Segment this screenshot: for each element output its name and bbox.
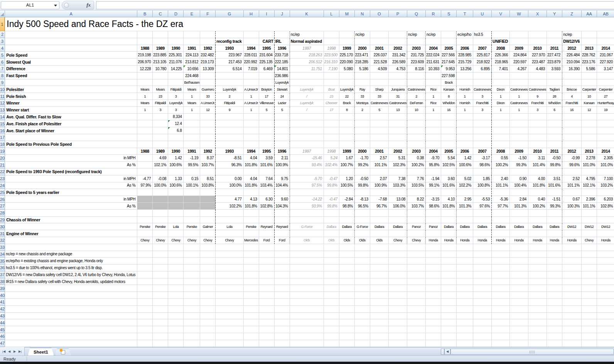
cell-A15[interactable]: Ave. Finish place of Polesitter [5, 120, 137, 127]
cell-Q36[interactable] [407, 265, 426, 271]
cell-M15[interactable] [339, 120, 355, 127]
cell-I20[interactable]: 3.59 [259, 155, 275, 162]
cell-L3[interactable] [324, 38, 339, 45]
cell-AA7[interactable]: 5.586 [582, 66, 597, 72]
cell-S43[interactable] [441, 313, 457, 320]
cell-L44[interactable] [324, 319, 339, 326]
cell-U12[interactable]: Franchitti [473, 100, 492, 107]
cell-T38[interactable] [457, 278, 473, 285]
cell-F44[interactable] [200, 319, 216, 326]
cell-X4[interactable]: 2010 [528, 45, 547, 52]
cell-K5[interactable]: 218.263 [290, 52, 324, 59]
cell-Q14[interactable] [407, 114, 426, 121]
column-header-Y[interactable]: Y [547, 10, 562, 17]
cell-B42[interactable] [137, 306, 153, 313]
cell-P4[interactable]: 2002 [389, 45, 407, 52]
cell-AA12[interactable]: Kanaan [582, 100, 597, 107]
row-header-34[interactable]: 34 [0, 251, 5, 258]
cell-M35[interactable] [339, 258, 355, 265]
cell-A47[interactable] [5, 340, 137, 347]
cell-I4[interactable]: 1995 [259, 45, 275, 52]
cell-R8[interactable] [426, 72, 441, 79]
cell-O42[interactable] [370, 306, 389, 313]
cell-L41[interactable] [324, 299, 339, 306]
cell-J18[interactable] [275, 141, 290, 148]
cell-K7[interactable]: 11.751 [290, 66, 324, 72]
cell-F15[interactable] [200, 120, 216, 127]
cell-R9[interactable] [426, 79, 441, 86]
cell-A25[interactable]: Pole Speed to 5 years earlier [5, 189, 137, 196]
cell-P7[interactable]: 4.753 [389, 66, 407, 72]
cell-S24[interactable]: 101.6% [441, 182, 457, 189]
cell-G18[interactable] [216, 141, 243, 148]
cell-M32[interactable]: Olds [339, 237, 355, 244]
cell-X22[interactable] [528, 169, 547, 175]
cell-R12[interactable]: Rice [426, 100, 441, 107]
cell-J3[interactable]: IRL [275, 38, 290, 45]
cell-AA21[interactable]: 101.0% [582, 162, 597, 169]
cell-J15[interactable] [275, 120, 290, 127]
column-header-X[interactable]: X [528, 10, 547, 17]
cell-N27[interactable]: 96.5% [355, 203, 370, 210]
prev-sheet-button[interactable]: ◀ [7, 348, 12, 354]
cell-C28[interactable] [153, 210, 168, 217]
cell-J46[interactable] [275, 333, 290, 340]
cell-E24[interactable]: 100.1% [184, 182, 200, 189]
cell-T20[interactable]: 1.42 [457, 155, 473, 162]
cell-B28[interactable] [137, 210, 153, 217]
cell-AA8[interactable] [582, 72, 597, 79]
row-header-33[interactable]: 33 [0, 244, 5, 251]
cell-I16[interactable] [259, 127, 275, 134]
cell-C7[interactable]: 10.780 [153, 66, 168, 72]
cell-P41[interactable] [389, 299, 407, 306]
cell-A36[interactable]: ho3.5 = due to 100% ethanol, engines wen… [5, 265, 137, 271]
cell-Z25[interactable] [562, 189, 582, 196]
cell-E28[interactable] [184, 210, 200, 217]
cell-W24[interactable]: 100.4% [510, 182, 528, 189]
cell-J23[interactable]: 9.75 [275, 175, 290, 182]
cell-G35[interactable] [216, 258, 243, 265]
cell-L19[interactable]: 1998 [324, 148, 339, 155]
cell-B41[interactable] [137, 299, 153, 306]
cell-F27[interactable] [200, 203, 216, 210]
cell-AB8[interactable] [597, 72, 614, 79]
cell-F19[interactable]: 1992 [200, 148, 216, 155]
cell-R15[interactable] [426, 120, 441, 127]
cell-F41[interactable] [200, 299, 216, 306]
cell-AA17[interactable] [582, 134, 597, 141]
cell-U3[interactable] [473, 38, 492, 45]
cell-E9[interactable]: Bet'hausen [184, 79, 200, 86]
cell-K24[interactable]: 97.5% [290, 182, 324, 189]
cell-C3[interactable] [153, 38, 168, 45]
cell-Q23[interactable]: 7.76 [407, 175, 426, 182]
cell-B23[interactable]: -4.77 [137, 175, 153, 182]
cell-Y46[interactable] [547, 333, 562, 340]
cell-I23[interactable]: 7.64 [259, 175, 275, 182]
cell-P46[interactable] [389, 333, 407, 340]
cell-J32[interactable]: Ford [275, 237, 290, 244]
cell-Q16[interactable] [407, 127, 426, 134]
cell-A34[interactable]: nc/ep = new chassis and engine package [5, 251, 137, 258]
cell-AA46[interactable] [582, 333, 597, 340]
cell-S5[interactable]: 227.566 [441, 52, 457, 59]
cell-T33[interactable] [457, 244, 473, 251]
cell-S9[interactable]: Brack [441, 79, 457, 86]
cell-C35[interactable] [153, 258, 168, 265]
cell-K43[interactable] [290, 313, 324, 320]
cell-J10[interactable]: Stewart [275, 86, 290, 93]
cell-U28[interactable] [473, 210, 492, 217]
cell-O23[interactable]: 2.07 [370, 175, 389, 182]
cell-S18[interactable] [441, 141, 457, 148]
cell-A38[interactable]: IR15 = new Dallara safety cell with Chev… [5, 278, 137, 285]
cell-X3[interactable] [528, 38, 547, 45]
cell-N30[interactable]: G-Force [355, 223, 370, 230]
cell-G20[interactable]: -8.51 [216, 155, 243, 162]
cell-AB43[interactable] [597, 313, 614, 320]
cell-Z37[interactable] [562, 271, 582, 278]
row-header-6[interactable]: 6 [0, 59, 5, 66]
cell-E45[interactable] [184, 326, 200, 333]
cell-H17[interactable] [244, 134, 259, 141]
cell-O46[interactable] [370, 333, 389, 340]
cell-I46[interactable] [259, 333, 275, 340]
cell-G36[interactable] [216, 265, 243, 271]
